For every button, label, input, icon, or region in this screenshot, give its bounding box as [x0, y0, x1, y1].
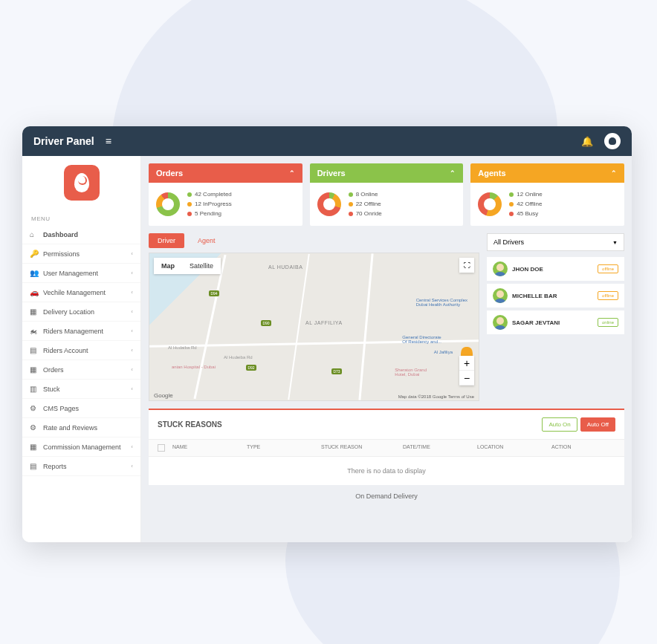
- map-credits: Map data ©2018 Google Terms of Use: [398, 394, 474, 399]
- table-header: NAME TYPE STUCK REASON DATE/TIME LOCATIO…: [149, 439, 624, 457]
- map[interactable]: AL HUDAIBA AL JAFFILIYA Central Services…: [149, 253, 479, 401]
- list-item[interactable]: SAGAR JEVTANI online: [487, 310, 624, 334]
- key-icon: 🔑: [30, 250, 40, 258]
- logo: [22, 156, 140, 209]
- chevron-left-icon: ‹: [131, 366, 133, 373]
- account-icon: ▤: [30, 346, 40, 354]
- main-content: Orders ⌃ 42 Completed 12 InProgress 5 Pe…: [141, 156, 632, 542]
- tab-driver[interactable]: Driver: [149, 233, 184, 248]
- sidebar-item-stuck[interactable]: ▥ Stuck ‹: [22, 380, 140, 399]
- sidebar-item-orders[interactable]: ▦ Orders ‹: [22, 360, 140, 380]
- drivers-card: Drivers ⌃ 8 Online 22 Offline 70 Onride: [310, 163, 464, 226]
- gear-icon: ⚙: [30, 423, 40, 432]
- sidebar-item-commission-management[interactable]: ▦ Commission Management ‹: [22, 438, 140, 457]
- orders-donut-chart: [156, 192, 180, 216]
- agents-donut-chart: [478, 192, 502, 216]
- app-panel: Driver Panel ≡ 🔔 MENU ⌂ Dashboard 🔑 Perm…: [22, 126, 632, 542]
- avatar[interactable]: [604, 133, 621, 149]
- gear-icon: ⚙: [30, 404, 40, 412]
- sidebar-item-riders-management[interactable]: 🏍 Riders Management ‹: [22, 322, 140, 341]
- home-icon: ⌂: [30, 230, 40, 238]
- sidebar: MENU ⌂ Dashboard 🔑 Permissions ‹ 👥 User …: [22, 156, 141, 542]
- commission-icon: ▦: [30, 443, 40, 451]
- avatar: [493, 288, 508, 303]
- drivers-donut-chart: [317, 192, 341, 216]
- sidebar-item-delivery-location[interactable]: ▦ Delivery Location ‹: [22, 302, 140, 322]
- fullscreen-icon[interactable]: ⛶: [459, 258, 474, 273]
- chevron-left-icon: ‹: [131, 250, 133, 257]
- car-icon: 🚗: [30, 288, 40, 296]
- list-item[interactable]: MICHELLE BAR offline: [487, 284, 624, 308]
- auto-on-button[interactable]: Auto On: [542, 417, 577, 432]
- zoom-out-button[interactable]: −: [459, 371, 474, 386]
- agents-card-header[interactable]: Agents ⌃: [470, 163, 624, 183]
- chevron-left-icon: ‹: [131, 443, 133, 450]
- menu-toggle-icon[interactable]: ≡: [106, 135, 111, 147]
- sidebar-item-reports[interactable]: ▤ Reports ‹: [22, 457, 140, 476]
- chevron-left-icon: ‹: [131, 308, 133, 315]
- driver-filter-select[interactable]: All Drivers ▼: [487, 233, 624, 251]
- topbar: Driver Panel ≡ 🔔: [22, 126, 632, 156]
- app-title: Driver Panel: [33, 135, 94, 147]
- bell-icon[interactable]: 🔔: [581, 136, 593, 147]
- orders-card: Orders ⌃ 42 Completed 12 InProgress 5 Pe…: [149, 163, 302, 226]
- menu-section-label: MENU: [22, 209, 140, 225]
- chevron-left-icon: ‹: [131, 270, 133, 276]
- empty-state: There is no data to display: [149, 457, 624, 485]
- status-badge: offline: [598, 264, 618, 273]
- chevron-left-icon: ‹: [131, 289, 133, 296]
- chevron-left-icon: ‹: [131, 328, 133, 334]
- stuck-icon: ▥: [30, 385, 40, 393]
- sidebar-item-user-management[interactable]: 👥 User Management ‹: [22, 264, 140, 283]
- tab-agent[interactable]: Agent: [189, 233, 224, 248]
- stuck-reasons-panel: STUCK REASONS Auto On Auto Off NAME TYPE…: [149, 409, 624, 485]
- agents-card: Agents ⌃ 12 Online 42 Offline 45 Busy: [470, 163, 624, 226]
- select-all-checkbox[interactable]: [158, 444, 165, 452]
- status-badge: online: [598, 318, 618, 327]
- chevron-up-icon: ⌃: [450, 169, 456, 177]
- chevron-left-icon: ‹: [131, 463, 133, 469]
- drivers-card-header[interactable]: Drivers ⌃: [310, 163, 464, 183]
- map-view-satellite[interactable]: Satellite: [182, 258, 221, 274]
- motorcycle-icon: 🏍: [30, 327, 40, 335]
- sidebar-item-cms-pages[interactable]: ⚙ CMS Pages: [22, 399, 140, 418]
- status-badge: offline: [598, 291, 618, 300]
- auto-off-button[interactable]: Auto Off: [580, 417, 615, 432]
- avatar: [493, 261, 508, 276]
- chevron-left-icon: ‹: [131, 347, 133, 354]
- google-logo: Google: [154, 392, 173, 399]
- chevron-down-icon: ▼: [612, 240, 618, 245]
- chevron-up-icon: ⌃: [611, 169, 617, 177]
- sidebar-item-permissions[interactable]: 🔑 Permissions ‹: [22, 244, 140, 264]
- orders-card-header[interactable]: Orders ⌃: [149, 163, 302, 183]
- footer: On Demand Delivery: [149, 485, 624, 507]
- sidebar-item-riders-account[interactable]: ▤ Riders Account ‹: [22, 341, 140, 360]
- sidebar-item-vehicle-management[interactable]: 🚗 Vechile Management ‹: [22, 283, 140, 302]
- map-view-map[interactable]: Map: [154, 258, 182, 274]
- stuck-title: STUCK REASONS: [158, 420, 222, 429]
- zoom-in-button[interactable]: +: [459, 356, 474, 371]
- list-item[interactable]: JHON DOE offline: [487, 257, 624, 281]
- location-icon: ▦: [30, 308, 40, 316]
- chevron-left-icon: ‹: [131, 386, 133, 392]
- orders-icon: ▦: [30, 365, 40, 374]
- chevron-up-icon: ⌃: [289, 169, 295, 177]
- users-icon: 👥: [30, 269, 40, 277]
- sidebar-item-dashboard[interactable]: ⌂ Dashboard: [22, 225, 140, 244]
- avatar: [493, 315, 508, 330]
- sidebar-item-rate-reviews[interactable]: ⚙ Rate and Reviews: [22, 418, 140, 438]
- reports-icon: ▤: [30, 462, 40, 470]
